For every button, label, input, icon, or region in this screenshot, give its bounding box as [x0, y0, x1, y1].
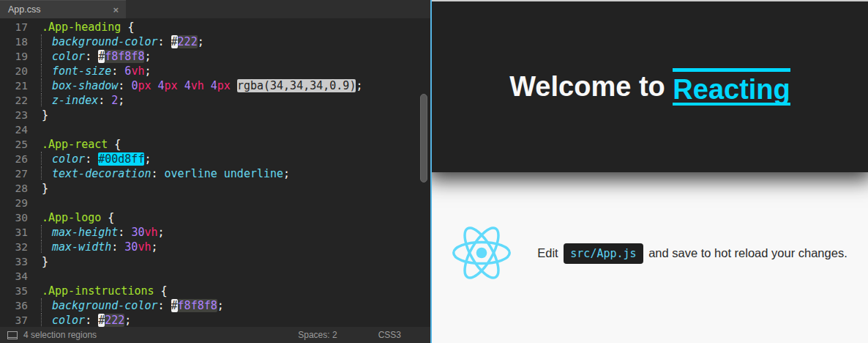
code-line[interactable]: 31max-height: 30vh;	[0, 225, 430, 240]
tab-app-css[interactable]: App.css ×	[0, 0, 126, 18]
code-token-pln: }	[42, 182, 48, 195]
line-content	[28, 122, 42, 137]
line-number: 37	[0, 313, 28, 327]
code-token-prop: color	[52, 152, 85, 166]
line-content: }	[28, 254, 48, 269]
code-line[interactable]: 34	[0, 269, 430, 284]
code-token-pln: }	[42, 108, 48, 122]
code-line[interactable]: 19color: #f8f8f8;	[0, 49, 430, 64]
code-line[interactable]: 32max-width: 30vh;	[0, 240, 430, 254]
line-content	[28, 269, 42, 284]
indent-guide	[41, 78, 52, 92]
line-number: 34	[0, 269, 28, 284]
code-token-pln: :	[158, 299, 171, 312]
line-number: 19	[0, 49, 28, 64]
line-number: 27	[0, 166, 28, 181]
code-token-pln	[231, 79, 237, 92]
code-line[interactable]: 20font-size: 6vh;	[0, 64, 430, 78]
line-content: }	[28, 181, 48, 196]
code-token-num: 4	[211, 79, 217, 92]
line-number: 22	[0, 93, 28, 108]
code-line[interactable]: 23}	[0, 108, 430, 122]
status-bar: 4 selection regions Spaces: 2 CSS3	[0, 327, 430, 343]
indent-guide	[41, 93, 52, 106]
code-token-hex: f8f8f8	[105, 50, 144, 63]
code-line[interactable]: 24	[0, 122, 430, 137]
line-number: 35	[0, 284, 28, 298]
code-line[interactable]: 33}	[0, 254, 430, 269]
code-token-unit: px	[165, 79, 178, 92]
close-icon[interactable]: ×	[113, 5, 119, 15]
code-lines: 17.App-heading {18background-color: #222…	[0, 20, 430, 327]
app-body: Edit src/App.js and save to hot reload y…	[432, 226, 868, 279]
code-token-prop: background-color	[52, 299, 158, 312]
code-line[interactable]: 25.App-react {	[0, 137, 430, 152]
line-content	[28, 196, 42, 210]
code-token-prop: background-color	[52, 35, 158, 48]
code-token-unit: vh	[131, 64, 144, 78]
code-token-pln: :	[85, 50, 98, 63]
tab-title: App.css	[8, 4, 40, 15]
scrollbar-thumb[interactable]	[420, 94, 427, 182]
line-number: 31	[0, 225, 28, 240]
code-token-prop: max-width	[52, 240, 111, 254]
line-number: 25	[0, 137, 28, 152]
line-content: .App-heading {	[28, 20, 134, 34]
selection-mode-icon	[7, 331, 18, 339]
code-line[interactable]: 28}	[0, 181, 430, 196]
code-line[interactable]: 37color: #222;	[0, 313, 430, 327]
line-number: 28	[0, 181, 28, 196]
code-token-hash: #	[171, 35, 178, 48]
indent-guide	[41, 34, 52, 48]
line-number: 21	[0, 78, 28, 93]
browser-preview-pane: Welcome to Reacting Edit src/App.js and …	[432, 0, 868, 343]
line-number: 20	[0, 64, 28, 78]
status-syntax[interactable]: CSS3	[378, 330, 401, 340]
indent-guide	[41, 49, 52, 62]
code-line[interactable]: 30.App-logo {	[0, 210, 430, 225]
code-token-prop: box-shadow	[52, 79, 118, 92]
code-token-prop: z-index	[52, 94, 98, 107]
line-content: text-decoration: overline underline;	[28, 166, 290, 181]
instructions-suffix: and save to hot reload your changes.	[646, 246, 848, 259]
code-token-unit: vh	[144, 226, 157, 239]
code-line[interactable]: 26color: #00d8ff;	[0, 152, 430, 166]
code-line[interactable]: 27text-decoration: overline underline;	[0, 166, 430, 181]
code-token-num: 30	[124, 240, 138, 254]
screen: App.css × 17.App-heading {18background-c…	[0, 0, 868, 343]
code-token-hash: #	[98, 314, 105, 327]
line-number: 24	[0, 122, 28, 137]
code-token-sel: .App-logo	[42, 211, 101, 224]
code-token-prop: color	[52, 314, 85, 327]
line-number: 36	[0, 298, 28, 313]
indent-guide	[41, 152, 52, 165]
status-indent[interactable]: Spaces: 2	[298, 330, 337, 340]
code-line[interactable]: 36background-color: #f8f8f8;	[0, 298, 430, 313]
line-content: color: #f8f8f8;	[28, 49, 151, 64]
code-line[interactable]: 18background-color: #222;	[0, 34, 430, 49]
code-token-prop: text-decoration	[52, 167, 151, 180]
line-content: max-width: 30vh;	[28, 240, 158, 254]
code-token-pln: :	[85, 152, 98, 166]
line-number: 29	[0, 196, 28, 210]
code-editor[interactable]: 17.App-heading {18background-color: #222…	[0, 18, 430, 327]
status-right: Spaces: 2 CSS3	[298, 330, 401, 340]
code-token-pln: ;	[144, 152, 151, 166]
code-line[interactable]: 35.App-instructions {	[0, 284, 430, 298]
code-token-pln	[151, 79, 157, 92]
code-token-pln: }	[42, 255, 48, 268]
line-content: .App-logo {	[28, 210, 114, 225]
code-line[interactable]: 29	[0, 196, 430, 210]
code-token-prop: font-size	[52, 64, 111, 78]
line-number: 26	[0, 152, 28, 166]
code-token-hex: 222	[178, 35, 198, 48]
code-token-pln: :	[85, 314, 98, 327]
code-line[interactable]: 17.App-heading {	[0, 20, 430, 34]
editor-pane: App.css × 17.App-heading {18background-c…	[0, 0, 430, 343]
code-line[interactable]: 22z-index: 2;	[0, 93, 430, 108]
code-line[interactable]: 21box-shadow: 0px 4px 4vh 4px rgba(34,34…	[0, 78, 430, 93]
code-token-pln: ;	[158, 226, 165, 239]
code-token-pln: ;	[217, 299, 224, 312]
code-token-prop: color	[52, 50, 85, 63]
app-heading: Welcome to Reacting	[432, 1, 868, 172]
